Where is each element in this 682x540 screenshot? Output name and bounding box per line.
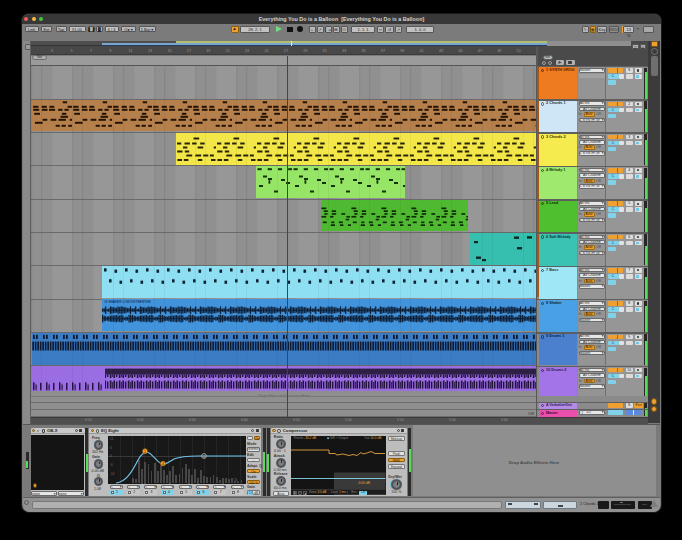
svg-text:4: 4 [162,462,164,466]
svg-text:1: 1 [144,449,146,453]
svg-text:6: 6 [203,454,205,458]
